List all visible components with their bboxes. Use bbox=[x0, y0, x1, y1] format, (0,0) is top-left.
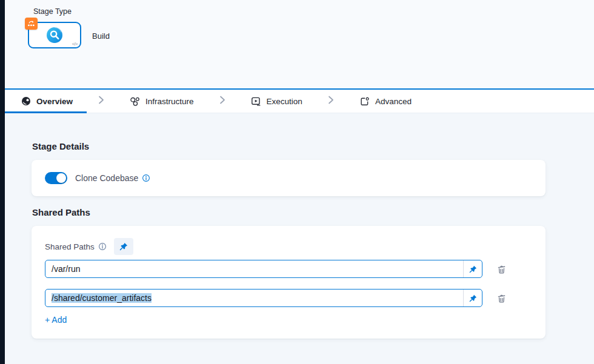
stage-details-heading: Stage Details bbox=[32, 141, 89, 151]
chevron-separator-icon bbox=[219, 95, 225, 107]
pin-icon bbox=[469, 265, 477, 273]
pin-icon bbox=[469, 294, 477, 302]
add-path-button[interactable]: + Add bbox=[45, 315, 67, 325]
shared-path-row: /var/run bbox=[45, 260, 532, 278]
stage-details-card: Clone Codebase bbox=[32, 160, 546, 196]
shared-path-input-2[interactable]: /shared/customer_artifacts bbox=[45, 289, 482, 307]
delete-path-button[interactable] bbox=[492, 261, 511, 277]
stage-type-label: Stage Type bbox=[33, 7, 72, 16]
tab-label: Execution bbox=[267, 97, 302, 106]
stage-type-card[interactable]: </> bbox=[28, 22, 81, 48]
pin-all-button[interactable] bbox=[114, 238, 133, 255]
shared-path-row: /shared/customer_artifacts bbox=[45, 289, 532, 307]
ci-build-icon bbox=[46, 27, 63, 44]
chevron-separator-icon bbox=[98, 95, 104, 107]
execution-icon bbox=[251, 96, 261, 107]
info-icon[interactable] bbox=[98, 242, 107, 251]
tab-label: Infrastructure bbox=[145, 97, 194, 106]
stage-type-value: Build bbox=[92, 31, 110, 41]
overview-tab-panel: Stage Details Clone Codebase Shared Path… bbox=[5, 113, 594, 364]
tab-advanced[interactable]: Advanced bbox=[359, 96, 412, 107]
tab-label: Overview bbox=[36, 97, 73, 106]
overview-icon bbox=[21, 96, 31, 106]
chevron-separator-icon bbox=[328, 95, 334, 107]
delete-path-button[interactable] bbox=[492, 290, 511, 306]
shared-paths-heading: Shared Paths bbox=[32, 207, 90, 217]
trash-icon bbox=[496, 264, 507, 274]
left-panel-edge bbox=[0, 0, 5, 364]
stage-tab-bar: Overview Infrastructure Execution bbox=[5, 90, 594, 113]
tab-label: Advanced bbox=[375, 97, 412, 106]
tab-execution[interactable]: Execution bbox=[251, 96, 302, 107]
pipeline-badge-icon bbox=[25, 18, 38, 30]
trash-icon bbox=[496, 293, 507, 303]
advanced-icon bbox=[359, 96, 370, 107]
input-pin-button[interactable] bbox=[463, 260, 482, 277]
clone-codebase-toggle[interactable] bbox=[45, 172, 67, 184]
shared-paths-field-label: Shared Paths bbox=[45, 242, 95, 251]
stage-type-section: Stage Type bbox=[5, 0, 594, 88]
tab-infrastructure[interactable]: Infrastructure bbox=[130, 96, 194, 107]
shared-path-value: /var/run bbox=[52, 264, 80, 274]
clone-codebase-label: Clone Codebase bbox=[75, 173, 150, 183]
toggle-knob bbox=[56, 173, 66, 183]
tab-overview[interactable]: Overview bbox=[21, 96, 73, 106]
shared-paths-card: Shared Paths /var/run bbox=[32, 226, 546, 339]
shared-path-input-1[interactable]: /var/run bbox=[45, 260, 482, 278]
input-pin-button[interactable] bbox=[463, 290, 482, 306]
code-icon: </> bbox=[72, 41, 78, 47]
info-icon[interactable] bbox=[142, 174, 150, 182]
shared-path-value: /shared/customer_artifacts bbox=[52, 293, 152, 303]
pin-icon bbox=[119, 242, 128, 251]
infrastructure-icon bbox=[130, 96, 140, 107]
